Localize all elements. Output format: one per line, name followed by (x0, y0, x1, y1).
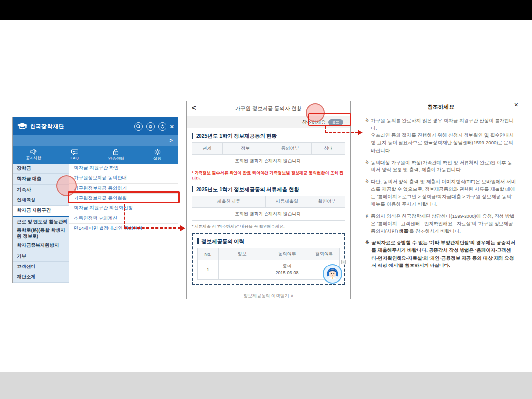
chatbot-mascot-icon (323, 264, 342, 284)
bottom-gray-bar (0, 372, 532, 399)
logo-text: 한국장학재단 (30, 123, 64, 130)
nav-item-support-bracket[interactable]: 학자금 지원구간 (13, 206, 69, 217)
back-icon[interactable]: < (192, 103, 196, 112)
col-header: No. (198, 248, 219, 260)
quick-item-settings[interactable]: 설정 (136, 146, 178, 164)
col-header: 동의여부 (266, 248, 308, 260)
bullet-marker: ※ (365, 178, 369, 208)
quick-label: 공지사항 (26, 155, 41, 161)
quick-item-notice[interactable]: 공지사항 (13, 146, 54, 164)
nav-item-work-mentoring[interactable]: 근로 및 멘토링 활동관리 (13, 217, 69, 227)
bullet-text-segment: '을 참조하시기 바랍니다. (408, 228, 461, 233)
quick-label: 설정 (153, 156, 161, 161)
section-title-doc-submission: 2025년도 1학기 정보제공동의 서류제출 현황 (192, 186, 345, 192)
bullet-text: 공적자료로 증빙할 수 없는 '기타 부양관계단절'의 경우에는 공증각서를 제… (371, 239, 517, 269)
app-header: 한국장학재단 × (13, 117, 178, 135)
bullet-text-bold-segment: 샘플 (399, 228, 408, 233)
col-header: 동의여부 (268, 143, 311, 155)
history-consent: 동의 2015-06-08 (266, 260, 308, 280)
consent-date: 2015-06-08 (267, 270, 307, 277)
power-icon[interactable] (158, 122, 166, 131)
screenshot-stage: 한국장학재단 × > 공지사항 (0, 0, 532, 399)
reference-bullet: ※ 동의서 양식은 한국장학재단 상담센터(1599-2000)에 요청, 작성… (365, 212, 517, 234)
col-header: 확인여부 (308, 196, 345, 208)
connector-line (325, 132, 358, 133)
chatbot-close-icon[interactable]: × (341, 260, 346, 264)
empty-result-text: 조회된 결과가 존재하지 않습니다. (192, 208, 345, 221)
col-header: 정보 (219, 248, 266, 260)
quick-menu-bar: 공지사항 FAQ 인증센터 설정 (13, 146, 178, 164)
history-row: 1 동의 2015-06-08 (198, 260, 340, 280)
connector-arrow-icon (358, 130, 363, 135)
connector-line (124, 204, 125, 228)
bullet-marker: ※ (365, 117, 369, 154)
close-icon[interactable]: × (170, 123, 174, 130)
popup-title: 참조하세요 (359, 103, 523, 111)
reference-bullet: ※ 동의대상 가구원이 확정(가족관계 확인 및 서류처리 완료)된 이후 동의… (365, 159, 517, 173)
graduation-cap-icon (17, 123, 28, 130)
required-docs-note: * 가족정보 필수서류 확인이 완료 되어야만 가족정보별 정보제공 동의현황이… (192, 170, 345, 181)
connector-line (124, 227, 181, 229)
bullet-marker: ※ (365, 212, 369, 234)
doc-submission-table: 제출한 서류 서류제출일 확인여부 조회된 결과가 존재하지 않습니다. (192, 196, 345, 221)
highlight-box-consent-status-menu (68, 191, 180, 203)
consent-status: 동의 (267, 263, 307, 270)
subnav-check-bracket[interactable]: 학자금 지원구간 확인 (69, 164, 178, 173)
top-black-bar (0, 0, 532, 20)
consent-history-table: No. 정보 동의여부 철회여부 1 동의 2015-06-08 (197, 248, 340, 280)
reference-reminder-note: * 서류제출 전 '참조하세요' 내용을 꼭 확인해주세요. (192, 224, 345, 229)
screen-title: 가구원 정보제공 동의자 현황 (235, 105, 302, 112)
quick-label: FAQ (71, 156, 79, 160)
nav-item-tonghakro[interactable]: 통학로(路)(통합 학생지원 정보로) (13, 227, 69, 240)
nav-item-talent[interactable]: 인재육성 (13, 195, 69, 205)
consent-status-table: 관계 정보 동의여부 상태 조회된 결과가 존재하지 않습니다. (192, 142, 345, 167)
section-title-consent-history: 정보제공동의 이력 (197, 238, 340, 244)
chevron-right-icon[interactable]: > (170, 137, 173, 143)
bullet-marker: ※ (365, 239, 369, 269)
bullet-text: 가구원 동의를 완료하지 않은 경우 학자금 지원구간 산정이 불가합니다. 오… (371, 117, 517, 154)
nav-item-duplicate-prevention[interactable]: 학자금중복지원방지 (13, 240, 69, 251)
col-header: 제출한 서류 (192, 196, 266, 208)
close-history-button[interactable]: 정보제공동의 이력닫기 ∧ (192, 290, 345, 301)
highlight-box-reference-button (308, 113, 351, 126)
bullet-text: 다만, 동의서 양식 출력 및 제출시 이미지형식(TIF)은 모바일에서 서비… (371, 178, 517, 208)
lock-icon (113, 149, 119, 155)
nav-item-scholarship[interactable]: 장학금 (13, 164, 69, 174)
chatbot-button[interactable]: × (323, 264, 342, 284)
col-header: 서류제출일 (266, 196, 308, 208)
reference-bullet-important: ※ 공적자료로 증빙할 수 없는 '기타 부양관계단절'의 경우에는 공증각서를… (365, 239, 517, 269)
reference-popup: 참조하세요 × ※ 가구원 동의를 완료하지 않은 경우 학자금 지원구간 산정… (359, 99, 523, 299)
reference-bullet: ※ 가구원 동의를 완료하지 않은 경우 학자금 지원구간 산정이 불가합니다.… (365, 117, 517, 154)
nav-item-donation[interactable]: 기부 (13, 251, 69, 262)
quick-item-auth-center[interactable]: 인증센터 (96, 146, 137, 164)
nav-item-about[interactable]: 재단소개 (13, 272, 69, 283)
kosaf-logo: 한국장학재단 (17, 123, 64, 130)
history-info (219, 260, 266, 280)
bullet-marker: ※ (365, 159, 369, 173)
subnav-consent-guide[interactable]: 가구원정보제공 동의안내 (69, 173, 178, 183)
banner-strip[interactable]: > (13, 135, 178, 146)
nav-item-customer-center[interactable]: 고객센터 (13, 262, 69, 272)
quick-label: 인증센터 (108, 156, 124, 161)
quick-item-faq[interactable]: FAQ (54, 146, 96, 164)
reference-bullet: ※ 다만, 동의서 양식 출력 및 제출시 이미지형식(TIF)은 모바일에서 … (365, 178, 517, 208)
empty-result-text: 조회된 결과가 존재하지 않습니다. (192, 155, 345, 167)
col-header: 관계 (192, 143, 223, 155)
col-header: 철회여부 (308, 248, 340, 260)
section-title-consent-status: 2025년도 1학기 정보제공동의 현황 (192, 133, 345, 139)
search-icon[interactable] (134, 122, 143, 131)
bullet-text: 동의서 양식은 한국장학재단 상담센터(1599-2000)에 요청, 작성 방… (371, 212, 517, 234)
chat-bubble-icon (71, 149, 78, 155)
bullet-text: 동의대상 가구원이 확정(가족관계 확인 및 서류처리 완료)된 이후 동의서 … (371, 159, 517, 173)
popup-close-icon[interactable]: × (514, 101, 518, 109)
history-no: 1 (198, 260, 219, 280)
col-header: 정보 (223, 143, 268, 155)
megaphone-icon (30, 149, 37, 155)
col-header: 상태 (311, 143, 345, 155)
alarm-bell-icon[interactable] (146, 122, 155, 131)
connector-arrow-icon (180, 225, 185, 231)
gear-icon (154, 149, 161, 155)
